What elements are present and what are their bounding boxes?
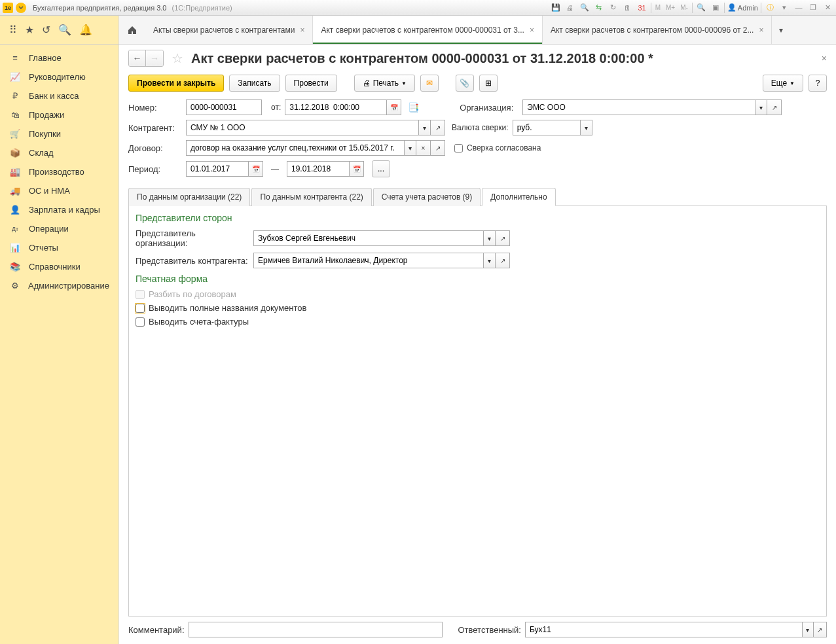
home-tab[interactable] bbox=[119, 16, 145, 44]
write-button[interactable]: Записать bbox=[229, 75, 280, 92]
period-to-input[interactable] bbox=[287, 161, 350, 177]
contragent-input[interactable] bbox=[186, 120, 419, 135]
chevron-down-icon[interactable]: ▾ bbox=[405, 140, 416, 156]
post-button[interactable]: Провести bbox=[285, 75, 337, 92]
chevron-down-icon[interactable]: ▾ bbox=[419, 120, 431, 135]
period-more-button[interactable]: ... bbox=[372, 160, 390, 177]
sidebar-item-assets[interactable]: 🚚ОС и НМА bbox=[0, 181, 118, 200]
m-minus-btn[interactable]: M- bbox=[679, 4, 689, 11]
close-tab-icon[interactable]: × bbox=[759, 26, 763, 35]
panels-icon[interactable]: ▣ bbox=[710, 2, 721, 14]
number-input[interactable] bbox=[186, 99, 262, 115]
tab-active[interactable]: Акт сверки расчетов с контрагентом 0000-… bbox=[313, 16, 542, 44]
post-status-icon[interactable]: 📑 bbox=[408, 102, 419, 113]
currency-input[interactable] bbox=[513, 120, 581, 135]
sidebar-item-salary[interactable]: 👤Зарплата и кадры bbox=[0, 200, 118, 219]
agreed-checkbox-label[interactable]: Сверка согласована bbox=[454, 143, 541, 152]
factory-icon: 🏭 bbox=[9, 167, 21, 177]
sidebar-item-production[interactable]: 🏭Производство bbox=[0, 162, 118, 181]
maximize-icon[interactable]: ❐ bbox=[807, 2, 819, 14]
preview-icon[interactable]: 🔍 bbox=[579, 2, 591, 14]
responsible-input[interactable] bbox=[525, 622, 803, 637]
fullnames-checkbox[interactable] bbox=[136, 304, 145, 313]
more-button[interactable]: Еще▼ bbox=[763, 75, 803, 92]
tab-list[interactable]: Акты сверки расчетов с контрагентами × bbox=[145, 16, 313, 44]
comment-input[interactable] bbox=[189, 622, 443, 637]
close-tab-icon[interactable]: × bbox=[530, 26, 534, 35]
star-icon[interactable]: ☆ bbox=[172, 50, 183, 66]
compare-icon[interactable]: ⇆ bbox=[593, 2, 605, 14]
print-icon[interactable]: 🖨 bbox=[564, 2, 576, 14]
open-ref-icon[interactable]: ↗ bbox=[767, 99, 782, 115]
close-tab-icon[interactable]: × bbox=[300, 26, 304, 35]
info-caret[interactable]: ▾ bbox=[778, 2, 790, 14]
favorite-icon[interactable]: ★ bbox=[25, 24, 34, 36]
close-page-icon[interactable]: × bbox=[822, 53, 827, 63]
close-window-icon[interactable]: ✕ bbox=[822, 2, 833, 14]
sidebar-item-bank[interactable]: ₽Банк и касса bbox=[0, 86, 118, 105]
m-plus-btn[interactable]: M+ bbox=[664, 4, 676, 11]
search-icon[interactable]: 🔍 bbox=[58, 24, 71, 36]
calendar-picker-icon[interactable]: 📅 bbox=[350, 161, 364, 177]
calendar-picker-icon[interactable]: 📅 bbox=[249, 161, 263, 177]
calendar-picker-icon[interactable]: 📅 bbox=[387, 99, 401, 115]
chevron-down-icon[interactable]: ▾ bbox=[755, 99, 767, 115]
structure-button[interactable]: ⊞ bbox=[479, 75, 498, 92]
invoices-row[interactable]: Выводить счета-фактуры bbox=[136, 317, 820, 327]
sidebar-item-warehouse[interactable]: 📦Склад bbox=[0, 143, 118, 162]
open-ref-icon[interactable]: ↗ bbox=[496, 230, 510, 246]
open-ref-icon[interactable]: ↗ bbox=[496, 253, 510, 268]
tab-additional[interactable]: Дополнительно bbox=[482, 188, 555, 206]
zoom-icon[interactable]: 🔍 bbox=[695, 2, 707, 14]
mail-button[interactable]: ✉ bbox=[420, 75, 439, 92]
sidebar-item-label: Производство bbox=[29, 167, 84, 177]
open-ref-icon[interactable]: ↗ bbox=[431, 140, 445, 156]
tab-org-data[interactable]: По данным организации (22) bbox=[128, 188, 250, 206]
refresh-icon[interactable]: ↻ bbox=[608, 2, 619, 14]
sidebar-item-sales[interactable]: 🛍Продажи bbox=[0, 105, 118, 124]
tabs-more-icon[interactable]: ▾ bbox=[772, 16, 790, 44]
post-and-close-button[interactable]: Провести и закрыть bbox=[128, 75, 224, 92]
tab-other[interactable]: Акт сверки расчетов с контрагентом 0000-… bbox=[543, 16, 772, 44]
apps-icon[interactable]: ⠿ bbox=[9, 24, 17, 36]
period-from-input[interactable] bbox=[186, 161, 249, 177]
app-dropdown-icon[interactable] bbox=[16, 3, 26, 13]
user-indicator[interactable]: 👤 Admin bbox=[727, 3, 758, 12]
tab-accounts[interactable]: Счета учета расчетов (9) bbox=[373, 188, 481, 206]
m-btn[interactable]: M bbox=[654, 4, 662, 11]
org-input[interactable] bbox=[522, 99, 755, 115]
history-icon[interactable]: ↺ bbox=[42, 24, 50, 36]
open-ref-icon[interactable]: ↗ bbox=[814, 622, 827, 637]
print-button[interactable]: 🖨 Печать ▼ bbox=[354, 75, 415, 92]
sidebar-item-admin[interactable]: ⚙Администрирование bbox=[0, 276, 118, 295]
save-icon[interactable]: 💾 bbox=[550, 2, 562, 14]
date-input[interactable] bbox=[285, 99, 387, 115]
calendar-icon[interactable]: 31 bbox=[636, 2, 648, 14]
invoices-checkbox[interactable] bbox=[136, 317, 145, 327]
sidebar-item-main[interactable]: ≡Главное bbox=[0, 48, 118, 67]
attach-button[interactable]: 📎 bbox=[456, 75, 474, 92]
minimize-icon[interactable]: — bbox=[793, 2, 805, 14]
rep-contr-input[interactable] bbox=[253, 253, 484, 268]
help-button[interactable]: ? bbox=[809, 75, 827, 92]
sidebar-item-reports[interactable]: 📊Отчеты bbox=[0, 238, 118, 257]
chevron-down-icon[interactable]: ▾ bbox=[484, 230, 496, 246]
contract-input[interactable] bbox=[186, 140, 405, 156]
info-icon[interactable]: ⓘ bbox=[764, 2, 776, 14]
full-names-row[interactable]: Выводить полные названия документов bbox=[136, 303, 820, 313]
sidebar-item-operations[interactable]: ДтОперации bbox=[0, 219, 118, 238]
nav-back-button[interactable]: ← bbox=[129, 50, 146, 66]
sidebar-item-purchases[interactable]: 🛒Покупки bbox=[0, 124, 118, 143]
clear-icon[interactable]: × bbox=[416, 140, 431, 156]
calc-icon[interactable]: 🗓 bbox=[622, 2, 634, 14]
chevron-down-icon[interactable]: ▾ bbox=[581, 120, 592, 135]
agreed-checkbox[interactable] bbox=[454, 144, 463, 152]
sidebar-item-manager[interactable]: 📈Руководителю bbox=[0, 67, 118, 86]
bell-icon[interactable]: 🔔 bbox=[79, 24, 92, 36]
rep-org-input[interactable] bbox=[253, 230, 484, 246]
tab-contragent-data[interactable]: По данным контрагента (22) bbox=[251, 188, 371, 206]
chevron-down-icon[interactable]: ▾ bbox=[484, 253, 496, 268]
open-ref-icon[interactable]: ↗ bbox=[431, 120, 445, 135]
chevron-down-icon[interactable]: ▾ bbox=[803, 622, 814, 637]
sidebar-item-reference[interactable]: 📚Справочники bbox=[0, 257, 118, 276]
